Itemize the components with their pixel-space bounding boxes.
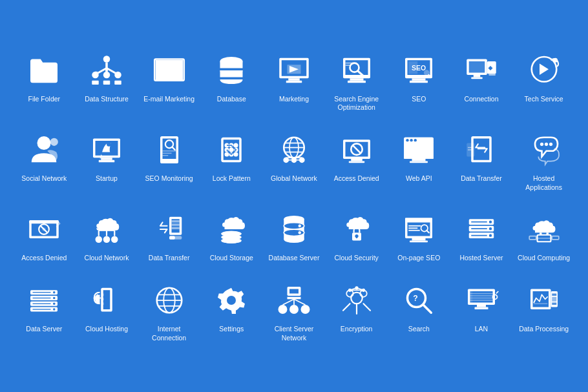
icon-email-marketing: E-mail Marketing	[138, 45, 200, 118]
icon-global-network: Global Network	[263, 124, 326, 197]
svg-rect-9	[92, 81, 99, 85]
svg-rect-11	[114, 81, 121, 85]
search-label: Search	[408, 325, 430, 334]
icon-seo-optimization: Search Engine Optimization	[325, 45, 388, 118]
svg-point-72	[234, 152, 238, 157]
svg-point-105	[549, 143, 552, 146]
icon-encryption: Encryption	[325, 274, 388, 347]
icon-web-api: API Web API	[388, 124, 450, 197]
database-server-icon	[273, 209, 315, 250]
cloud-computing-label: Cloud Computing	[518, 254, 570, 263]
icon-settings: Settings	[200, 274, 263, 347]
svg-rect-123	[171, 224, 179, 227]
svg-point-112	[32, 221, 34, 223]
seo-monitoring-label: SEO Monitoring	[145, 174, 193, 183]
svg-rect-195	[287, 297, 300, 300]
web-api-label: Web API	[406, 174, 432, 183]
icon-cloud-storage: Cloud Storage	[200, 203, 263, 268]
svg-point-48	[37, 136, 51, 150]
data-processing-label: Data Processing	[519, 325, 569, 334]
lock-pattern-label: Lock Pattern	[213, 174, 251, 183]
seo-icon: SEO	[398, 50, 439, 91]
data-transfer-2-label: Data Transfer	[461, 174, 502, 183]
svg-rect-42	[471, 77, 483, 79]
data-transfer-icon	[149, 209, 190, 250]
svg-point-140	[299, 231, 301, 234]
svg-line-201	[294, 299, 306, 305]
svg-point-136	[284, 236, 304, 243]
lock-pattern-icon	[211, 129, 252, 170]
icon-database-server: Database Server	[263, 203, 326, 268]
icon-data-transfer: Data Transfer	[138, 203, 200, 268]
svg-rect-182	[103, 290, 110, 309]
svg-rect-230	[552, 297, 556, 302]
svg-rect-53	[101, 158, 112, 160]
icon-tech-service: Tech Service	[512, 45, 575, 118]
svg-point-157	[489, 221, 492, 223]
cloud-storage-label: Cloud Storage	[210, 254, 253, 263]
hosted-server-label: Hosted Server	[459, 254, 503, 263]
file-folder-icon	[23, 50, 65, 91]
hosted-applications-icon	[523, 129, 565, 170]
svg-point-96	[414, 139, 417, 141]
svg-rect-90	[348, 161, 364, 163]
svg-point-114	[103, 236, 110, 243]
marketing-label: Marketing	[279, 95, 309, 104]
svg-rect-41	[474, 75, 481, 77]
tech-service-label: Tech Service	[525, 95, 563, 104]
svg-point-0	[103, 56, 110, 63]
svg-point-139	[299, 225, 301, 227]
svg-point-180	[53, 308, 56, 311]
svg-point-104	[545, 143, 548, 146]
data-structure-label: Data Structure	[85, 95, 129, 104]
svg-rect-167	[529, 236, 536, 240]
database-icon	[211, 50, 252, 91]
settings-icon	[211, 280, 252, 321]
email-marketing-icon	[149, 50, 190, 91]
client-server-network-icon	[273, 280, 315, 321]
svg-point-95	[410, 139, 413, 141]
svg-rect-36	[412, 78, 426, 81]
svg-point-94	[406, 139, 409, 141]
svg-point-49	[50, 138, 58, 146]
client-server-network-label: Client Server Network	[266, 325, 323, 342]
global-network-icon	[273, 129, 315, 170]
icon-seo-monitoring: SEO Monitoring	[138, 124, 200, 197]
svg-point-196	[278, 305, 287, 314]
internet-connection-icon	[149, 280, 190, 321]
icon-file-folder: File Folder	[13, 45, 76, 118]
internet-connection-label: Internet Connection	[140, 325, 198, 342]
svg-rect-221	[474, 307, 488, 309]
svg-rect-14	[218, 68, 245, 70]
icon-cloud-network: Cloud Network	[76, 203, 138, 268]
icon-connection: Connection	[450, 45, 513, 118]
icon-onpage-seo: On-page SEO	[388, 203, 450, 268]
database-label: Database	[217, 95, 246, 104]
access-denied-2-icon	[336, 129, 377, 170]
global-network-label: Global Network	[271, 174, 317, 183]
onpage-seo-label: On-page SEO	[397, 254, 440, 263]
svg-point-198	[300, 305, 310, 314]
data-transfer-2-icon	[461, 129, 502, 170]
svg-rect-20	[288, 78, 300, 81]
settings-label: Settings	[219, 325, 244, 334]
svg-point-133	[222, 231, 242, 237]
svg-rect-153	[410, 241, 428, 243]
svg-rect-23	[345, 60, 368, 75]
svg-point-197	[289, 305, 299, 314]
svg-point-113	[95, 236, 102, 243]
svg-rect-126	[169, 236, 175, 240]
encryption-label: Encryption	[341, 325, 373, 334]
svg-point-178	[53, 297, 56, 300]
icon-hosted-applications: Hosted Applications	[512, 124, 575, 197]
icon-data-structure: Data Structure	[76, 45, 138, 118]
icon-cloud-security: Cloud Security	[325, 203, 388, 268]
hosted-server-icon	[461, 209, 502, 250]
svg-rect-10	[103, 81, 110, 85]
svg-rect-194	[289, 289, 299, 293]
cloud-security-icon	[336, 209, 377, 250]
svg-rect-89	[351, 159, 362, 161]
cloud-hosting-label: Cloud Hosting	[85, 325, 128, 334]
svg-rect-152	[412, 238, 426, 241]
svg-point-138	[284, 229, 304, 236]
